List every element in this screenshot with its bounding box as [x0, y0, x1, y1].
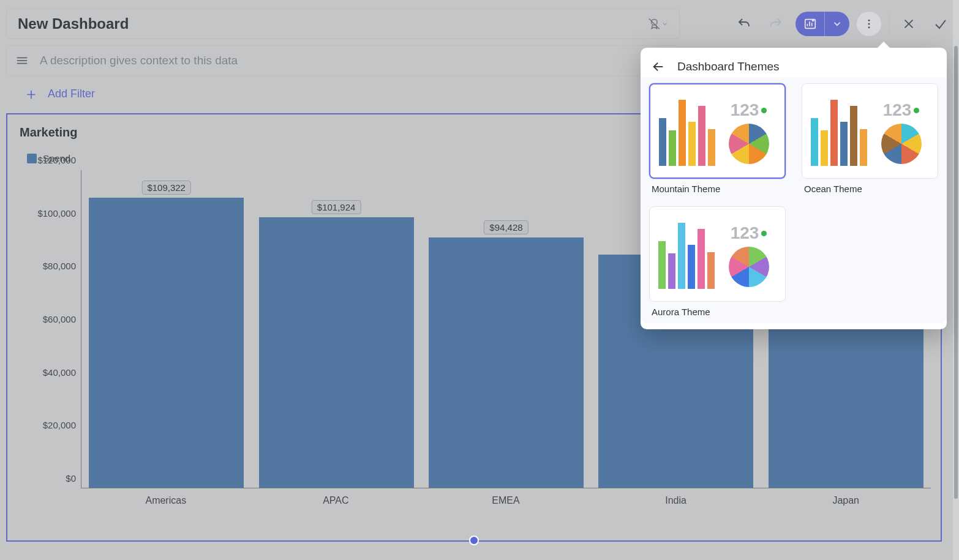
themes-grid: 123Mountain Theme123Ocean Theme123Aurora… [641, 77, 947, 323]
description-row [6, 45, 680, 76]
chevron-down-icon[interactable] [825, 12, 849, 36]
theme-preview-number: 123 [731, 223, 767, 243]
theme-name-label: Mountain Theme [649, 184, 786, 194]
title-row [6, 9, 953, 39]
x-tick: APAC [255, 495, 417, 506]
bar-group: $101,924 [255, 217, 417, 488]
x-axis: AmericasAPACEMEAIndiaJapan [81, 488, 931, 513]
app-root: ＋ Add Filter Marketing Spend $0$20,000$4… [0, 0, 959, 560]
confirm-button[interactable] [928, 12, 953, 36]
theme-preview-number: 123 [731, 100, 767, 120]
panel-resize-handle[interactable] [469, 536, 479, 545]
theme-preview-bars [658, 222, 715, 289]
title-input-container [6, 9, 680, 39]
add-filter-label: Add Filter [48, 88, 95, 100]
plus-icon: ＋ [23, 83, 39, 105]
bar-value-label: $109,322 [141, 181, 191, 195]
theme-preview-pie [729, 247, 769, 287]
svg-point-3 [868, 20, 870, 21]
y-tick: $100,000 [37, 207, 76, 218]
y-tick: $20,000 [43, 420, 76, 430]
bar-group: $109,322 [86, 198, 247, 488]
bar-value-label: $94,428 [484, 220, 528, 234]
x-tick: Americas [85, 495, 247, 506]
popover-header: Dashboard Themes [641, 48, 947, 77]
x-tick: Japan [765, 495, 927, 506]
y-tick: $0 [66, 473, 76, 483]
toolbar-separator [889, 13, 889, 34]
bar[interactable]: $101,924 [259, 217, 414, 488]
theme-thumbnail[interactable]: 123 [649, 206, 786, 302]
dashboard-title-input[interactable] [18, 15, 647, 32]
description-handle-icon[interactable] [15, 54, 29, 67]
theme-card[interactable]: 123Mountain Theme [649, 83, 786, 194]
scrollbar-track [953, 0, 959, 560]
bar-value-label: $101,924 [312, 200, 361, 214]
legend-swatch [27, 154, 37, 163]
theme-thumbnail[interactable]: 123 [649, 83, 786, 179]
y-axis: $0$20,000$40,000$60,000$80,000$100,000$1… [20, 170, 81, 513]
themes-popover: Dashboard Themes 123Mountain Theme123Oce… [641, 48, 947, 329]
bar[interactable]: $94,428 [429, 237, 584, 488]
y-tick: $40,000 [43, 367, 76, 377]
theme-preview-number: 123 [883, 100, 920, 120]
more-options-button[interactable] [857, 12, 881, 36]
theme-name-label: Ocean Theme [802, 184, 938, 194]
theme-card[interactable]: 123Ocean Theme [802, 83, 938, 194]
add-chart-icon[interactable] [795, 12, 825, 36]
x-tick: EMEA [425, 495, 587, 506]
redo-button[interactable] [764, 12, 788, 36]
add-filter-button[interactable]: ＋ Add Filter [23, 83, 95, 105]
undo-button[interactable] [732, 12, 756, 36]
theme-thumbnail[interactable]: 123 [802, 83, 938, 179]
y-tick: $60,000 [43, 314, 76, 324]
svg-point-5 [868, 26, 870, 28]
bar[interactable]: $109,322 [89, 198, 244, 488]
toolbar [732, 12, 953, 36]
add-widget-split-button[interactable] [795, 12, 849, 36]
close-button[interactable] [897, 12, 921, 36]
theme-preview-bars [811, 99, 867, 166]
description-input[interactable] [40, 54, 671, 67]
theme-preview-bars [659, 99, 715, 166]
theme-card[interactable]: 123Aurora Theme [649, 206, 786, 317]
svg-point-4 [868, 23, 870, 25]
back-button[interactable] [652, 60, 665, 73]
theme-name-label: Aurora Theme [649, 307, 786, 317]
scrollbar-thumb[interactable] [954, 46, 958, 499]
y-tick: $120,000 [37, 155, 76, 165]
theme-preview-pie [729, 124, 769, 164]
x-tick: India [595, 495, 757, 506]
y-tick: $80,000 [43, 261, 76, 271]
bar-group: $94,428 [426, 237, 587, 488]
award-off-icon[interactable] [647, 13, 668, 34]
theme-preview-pie [881, 124, 922, 164]
popover-title: Dashboard Themes [677, 60, 780, 73]
